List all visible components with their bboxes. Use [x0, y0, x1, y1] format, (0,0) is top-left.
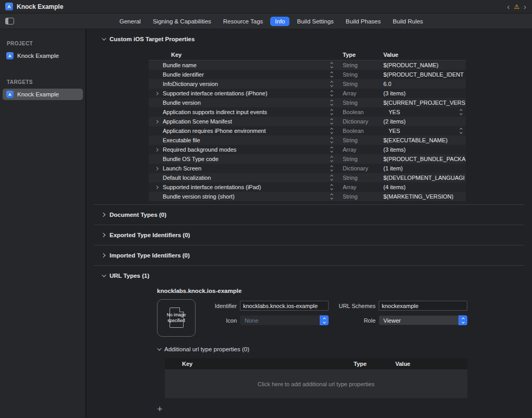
additional-properties-table: Key Type Value Click here to add additio… [165, 358, 467, 398]
property-row-bundle-name[interactable]: Bundle nameString$(PRODUCT_NAME) [149, 60, 466, 70]
key-stepper-icon[interactable] [331, 109, 333, 115]
column-value: Value [381, 52, 466, 58]
property-row-application-requires-iphone-environment[interactable]: Application requires iPhone environmentB… [149, 126, 466, 136]
property-value[interactable]: (3 items) [383, 146, 406, 153]
tab-info[interactable]: Info [270, 17, 289, 26]
url-schemes-input[interactable] [379, 301, 467, 311]
key-stepper-icon[interactable] [331, 100, 333, 105]
info-editor-content: Custom iOS Target Properties Key Type Va… [86, 29, 532, 417]
tab-signing-capabilities[interactable]: Signing & Capabilities [148, 17, 216, 26]
property-row-launch-screen[interactable]: Launch ScreenDictionary(1 item) [149, 164, 466, 173]
property-key: Bundle name [163, 62, 331, 68]
property-value[interactable]: $(MARKETING_VERSION) [383, 193, 453, 200]
disclosure-right-icon[interactable] [155, 91, 159, 95]
key-stepper-icon[interactable] [331, 156, 333, 162]
disclosure-right-icon[interactable] [155, 147, 159, 151]
property-row-supported-interface-orientations-ipad[interactable]: Supported interface orientations (iPad)A… [149, 182, 466, 192]
targets-heading: TARGETS [0, 79, 86, 85]
tab-resource-tags[interactable]: Resource Tags [219, 17, 268, 26]
section-imported-type-identifiers-0[interactable]: Imported Type Identifiers (0) [86, 245, 532, 265]
key-stepper-icon[interactable] [331, 185, 333, 190]
column-key: Key [165, 361, 354, 367]
property-row-bundle-version-string-short[interactable]: Bundle version string (short)String$(MAR… [149, 192, 466, 201]
key-stepper-icon[interactable] [331, 138, 333, 143]
property-row-required-background-modes[interactable]: Required background modesArray(3 items) [149, 145, 466, 154]
key-stepper-icon[interactable] [331, 72, 333, 77]
add-url-type-button[interactable]: + [157, 404, 167, 414]
key-stepper-icon[interactable] [331, 128, 333, 133]
tab-build-rules[interactable]: Build Rules [388, 17, 428, 26]
table-header: Key Type Value [149, 49, 466, 60]
property-row-infodictionary-version[interactable]: InfoDictionary versionString6.0 [149, 79, 466, 89]
property-value[interactable]: $(PRODUCT_NAME) [383, 62, 439, 68]
disclosure-down-icon [157, 346, 161, 350]
identifier-label: Identifier [201, 303, 238, 309]
property-value[interactable]: 6.0 [383, 81, 391, 87]
key-stepper-icon[interactable] [331, 63, 333, 68]
property-value[interactable]: $(PRODUCT_BUNDLE_IDENT [383, 71, 464, 78]
property-row-bundle-os-type-code[interactable]: Bundle OS Type codeString$(PRODUCT_BUNDL… [149, 154, 466, 164]
role-dropdown[interactable]: Viewer [379, 315, 467, 325]
property-value[interactable]: (1 item) [383, 165, 403, 171]
additional-properties-disclosure[interactable]: Additional url type properties (0) [157, 346, 532, 352]
key-stepper-icon[interactable] [331, 194, 333, 199]
section-custom-ios-target-properties[interactable]: Custom iOS Target Properties [86, 29, 532, 49]
icon-dropdown[interactable]: None [240, 315, 329, 325]
disclosure-right-icon[interactable] [155, 166, 159, 170]
property-value[interactable]: $(EXECUTABLE_NAME) [383, 137, 448, 143]
property-type: Array [336, 182, 381, 192]
property-value[interactable]: $(CURRENT_PROJECT_VERS [383, 100, 465, 106]
property-type: String [336, 173, 381, 182]
property-row-bundle-version[interactable]: Bundle versionString$(CURRENT_PROJECT_VE… [149, 98, 466, 107]
key-stepper-icon[interactable] [331, 81, 333, 87]
property-value[interactable]: YES [383, 109, 400, 115]
property-row-executable-file[interactable]: Executable fileString$(EXECUTABLE_NAME) [149, 136, 466, 145]
section-url-types[interactable]: URL Types (1) [86, 266, 532, 286]
property-value[interactable]: (3 items) [383, 90, 406, 96]
section-document-types-0[interactable]: Document Types (0) [86, 205, 532, 225]
project-item-knock-example[interactable]: AKnock Example [3, 50, 83, 62]
value-stepper-icon[interactable] [460, 128, 462, 133]
property-value[interactable]: $(DEVELOPMENT_LANGUAGI [383, 175, 465, 181]
disclosure-right-icon[interactable] [155, 185, 159, 189]
key-stepper-icon[interactable] [331, 91, 333, 96]
tab-build-settings[interactable]: Build Settings [292, 17, 338, 26]
property-key: Default localization [163, 175, 331, 181]
section-exported-type-identifiers-0[interactable]: Exported Type Identifiers (0) [86, 225, 532, 245]
dropdown-arrows-icon [458, 315, 467, 325]
property-type: Dictionary [336, 164, 381, 173]
warning-icon[interactable]: ⚠ [514, 4, 519, 10]
property-value[interactable]: (4 items) [383, 184, 406, 190]
property-value[interactable]: $(PRODUCT_BUNDLE_PACKA [383, 156, 466, 162]
key-stepper-icon[interactable] [331, 175, 333, 180]
property-value[interactable]: (2 items) [383, 118, 406, 125]
column-type: Type [336, 52, 381, 58]
toolbar: GeneralSigning & CapabilitiesResource Ta… [0, 14, 532, 29]
disclosure-down-icon [102, 273, 106, 277]
property-row-supported-interface-orientations-iphone[interactable]: Supported interface orientations (iPhone… [149, 89, 466, 98]
add-property-click-area[interactable]: Click here to add additional url type pr… [165, 370, 467, 398]
property-row-bundle-identifier[interactable]: Bundle identifierString$(PRODUCT_BUNDLE_… [149, 70, 466, 79]
identifier-input[interactable] [240, 301, 329, 311]
property-row-application-scene-manifest[interactable]: Application Scene ManifestDictionary(2 i… [149, 117, 466, 126]
value-stepper-icon[interactable] [460, 109, 462, 115]
property-key: Application supports indirect input even… [163, 109, 331, 115]
property-type: Array [336, 89, 381, 98]
tab-build-phases[interactable]: Build Phases [341, 17, 385, 26]
issue-next-button[interactable]: › [523, 3, 527, 10]
disclosure-right-icon[interactable] [155, 119, 159, 123]
key-stepper-icon[interactable] [331, 119, 333, 124]
tab-general[interactable]: General [115, 17, 146, 26]
property-value[interactable]: YES [383, 128, 400, 134]
property-key: Launch Screen [163, 165, 331, 171]
property-row-application-supports-indirect-input-events[interactable]: Application supports indirect input even… [149, 107, 466, 117]
image-well[interactable]: No image specified [157, 299, 196, 337]
property-type: String [336, 70, 381, 79]
property-key: InfoDictionary version [163, 81, 331, 87]
property-row-default-localization[interactable]: Default localizationString$(DEVELOPMENT_… [149, 173, 466, 182]
key-stepper-icon[interactable] [331, 147, 333, 152]
issue-previous-button[interactable]: ‹ [506, 3, 510, 10]
sidebar-toggle-icon[interactable] [5, 18, 14, 24]
target-item-knock-example[interactable]: AKnock Example [3, 89, 83, 100]
key-stepper-icon[interactable] [331, 166, 333, 171]
